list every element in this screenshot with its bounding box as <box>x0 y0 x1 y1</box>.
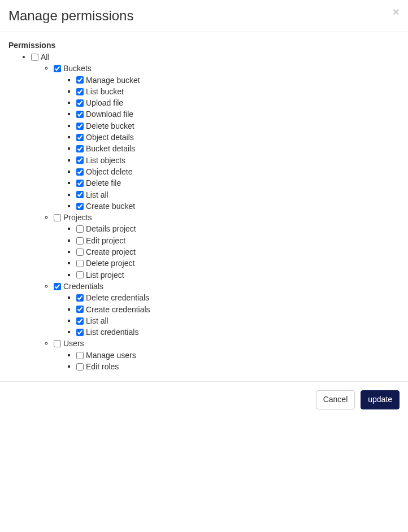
label-credentials: Credentials <box>63 282 103 291</box>
checkbox-list-project[interactable] <box>76 271 84 278</box>
label-create-bucket: Create bucket <box>86 202 135 211</box>
tree-children-all: BucketsManage bucketList bucketUpload fi… <box>31 63 400 371</box>
checkbox-delete-project[interactable] <box>76 260 84 267</box>
modal-title: Manage permissions <box>8 8 400 24</box>
tree-item-manage-users: Manage users <box>76 350 400 360</box>
label-object-details: Object details <box>86 133 134 142</box>
close-icon: × <box>393 5 400 18</box>
tree-item-all: AllBucketsManage bucketList bucketUpload… <box>31 52 400 371</box>
tree-item-list-bucket: List bucket <box>76 86 400 96</box>
checkbox-edit-project[interactable] <box>76 237 84 245</box>
checkbox-object-delete[interactable] <box>76 168 84 176</box>
cancel-button[interactable]: Cancel <box>316 390 355 409</box>
checkbox-bucket-details[interactable] <box>76 145 84 152</box>
label-delete-credentials: Delete credentials <box>86 294 149 303</box>
checkbox-create-project[interactable] <box>76 248 84 256</box>
label-manage-users: Manage users <box>86 351 136 360</box>
checkbox-list-all[interactable] <box>76 317 84 325</box>
checkbox-upload-file[interactable] <box>76 99 84 107</box>
checkbox-delete-bucket[interactable] <box>76 123 84 130</box>
checkbox-delete-credentials[interactable] <box>76 294 84 302</box>
checkbox-list-bucket[interactable] <box>76 88 84 95</box>
label-create-credentials: Create credentials <box>86 305 150 314</box>
tree-item-list-all: List all <box>76 316 400 325</box>
tree-item-delete-bucket: Delete bucket <box>76 121 400 130</box>
checkbox-projects[interactable] <box>54 214 61 221</box>
tree-item-upload-file: Upload file <box>76 98 400 107</box>
tree-children-credentials: Delete credentialsCreate credentialsList… <box>54 293 400 337</box>
label-list-bucket: List bucket <box>86 87 124 96</box>
permissions-heading: Permissions <box>8 41 400 50</box>
tree-item-object-details: Object details <box>76 132 400 142</box>
checkbox-list-objects[interactable] <box>76 156 84 164</box>
checkbox-edit-roles[interactable] <box>76 363 84 370</box>
label-list-all: List all <box>86 190 108 199</box>
label-edit-roles: Edit roles <box>86 362 119 371</box>
checkbox-details-project[interactable] <box>76 225 84 233</box>
tree-item-list-project: List project <box>76 270 400 280</box>
tree-item-manage-bucket: Manage bucket <box>76 75 400 85</box>
tree-item-details-project: Details project <box>76 224 400 233</box>
manage-permissions-modal: Manage permissions × Permissions AllBuck… <box>0 0 408 418</box>
tree-item-credentials: CredentialsDelete credentialsCreate cred… <box>54 281 400 337</box>
modal-body: Permissions AllBucketsManage bucketList … <box>0 32 408 381</box>
label-all: All <box>41 53 50 62</box>
label-edit-project: Edit project <box>86 236 125 245</box>
label-download-file: Download file <box>86 110 133 119</box>
label-manage-bucket: Manage bucket <box>86 76 140 85</box>
tree-item-list-credentials: List credentials <box>76 327 400 337</box>
tree-item-object-delete: Object delete <box>76 167 400 176</box>
tree-item-delete-file: Delete file <box>76 178 400 187</box>
modal-footer: Cancel update <box>0 381 408 418</box>
modal-header: Manage permissions × <box>0 0 408 32</box>
tree-item-delete-project: Delete project <box>76 258 400 268</box>
tree-item-delete-credentials: Delete credentials <box>76 293 400 302</box>
label-list-objects: List objects <box>86 156 125 165</box>
checkbox-users[interactable] <box>54 340 61 347</box>
label-delete-file: Delete file <box>86 179 121 188</box>
update-button[interactable]: update <box>361 390 400 409</box>
tree-item-users: UsersManage usersEdit roles <box>54 338 400 371</box>
label-details-project: Details project <box>86 225 136 234</box>
checkbox-list-credentials[interactable] <box>76 329 84 336</box>
label-upload-file: Upload file <box>86 98 123 107</box>
label-create-project: Create project <box>86 247 136 256</box>
tree-item-list-all: List all <box>76 190 400 199</box>
tree-item-edit-project: Edit project <box>76 236 400 245</box>
label-list-credentials: List credentials <box>86 328 138 337</box>
label-object-delete: Object delete <box>86 167 133 176</box>
label-users: Users <box>63 339 84 348</box>
checkbox-create-bucket[interactable] <box>76 203 84 210</box>
tree-children-users: Manage usersEdit roles <box>54 350 400 372</box>
tree-children-buckets: Manage bucketList bucketUpload fileDownl… <box>54 75 400 211</box>
label-buckets: Buckets <box>63 64 92 73</box>
tree-item-bucket-details: Bucket details <box>76 143 400 153</box>
checkbox-object-details[interactable] <box>76 134 84 141</box>
checkbox-buckets[interactable] <box>54 65 61 72</box>
tree-item-create-project: Create project <box>76 247 400 256</box>
checkbox-list-all[interactable] <box>76 191 84 198</box>
checkbox-manage-users[interactable] <box>76 352 84 359</box>
tree-item-buckets: BucketsManage bucketList bucketUpload fi… <box>54 63 400 211</box>
label-delete-bucket: Delete bucket <box>86 121 134 130</box>
label-projects: Projects <box>63 213 92 222</box>
label-list-all: List all <box>86 316 108 325</box>
label-bucket-details: Bucket details <box>86 145 135 154</box>
tree-item-projects: ProjectsDetails projectEdit projectCreat… <box>54 212 400 280</box>
close-button[interactable]: × <box>393 6 400 18</box>
checkbox-manage-bucket[interactable] <box>76 76 84 84</box>
tree-item-download-file: Download file <box>76 109 400 119</box>
permissions-tree: AllBucketsManage bucketList bucketUpload… <box>8 52 400 371</box>
checkbox-download-file[interactable] <box>76 111 84 118</box>
tree-item-edit-roles: Edit roles <box>76 361 400 371</box>
label-delete-project: Delete project <box>86 259 134 268</box>
checkbox-all[interactable] <box>31 54 38 61</box>
label-list-project: List project <box>86 271 124 280</box>
tree-item-list-objects: List objects <box>76 155 400 165</box>
checkbox-credentials[interactable] <box>54 283 61 290</box>
tree-item-create-credentials: Create credentials <box>76 304 400 314</box>
tree-children-projects: Details projectEdit projectCreate projec… <box>54 224 400 279</box>
tree-item-create-bucket: Create bucket <box>76 201 400 211</box>
checkbox-create-credentials[interactable] <box>76 306 84 313</box>
checkbox-delete-file[interactable] <box>76 180 84 187</box>
